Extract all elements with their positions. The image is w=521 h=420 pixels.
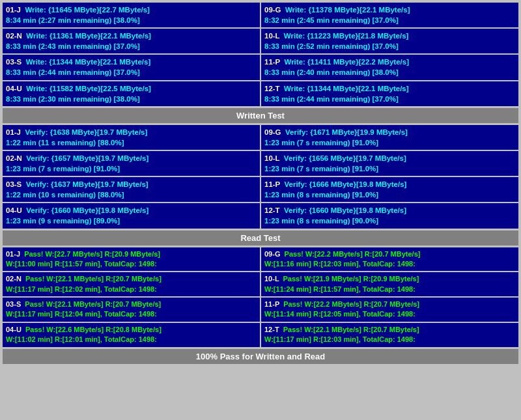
write-grid-cell-03-S-left: 03-S Write: {11344 MByte}[22.1 MByte/s] … [3,55,260,79]
main-container: 01-J Write: {11645 MByte}[22.7 MByte/s] … [0,0,521,367]
write-grid-cell-01-J-left: 01-J Write: {11645 MByte}[22.7 MByte/s] … [3,3,260,27]
verify-grid-cell-01-J-left: 01-J Verify: {1638 MByte}[19.7 MByte/s] … [3,125,260,150]
write-section: 01-J Write: {11645 MByte}[22.7 MByte/s] … [3,3,518,106]
verify-grid-cell-09-G-right: 09-G Verify: {1671 MByte}[19.9 MByte/s] … [261,125,518,150]
pass-grid-cell-04-U-left: 04-U Pass! W:[22.6 MByte/s] R:[20.8 MByt… [3,323,260,347]
write-grid-cell-10-L-right: 10-L Write: {11223 MByte}[21.8 MByte/s] … [261,29,518,53]
pass-grid-cell-12-T-right: 12-T Pass! W:[22.1 MByte/s] R:[20.7 MByt… [261,323,518,347]
write-grid-cell-02-N-left: 02-N Write: {11361 MByte}[22.1 MByte/s] … [3,29,260,53]
verify-grid-cell-03-S-left: 03-S Verify: {1637 MByte}[19.7 MByte/s] … [3,177,260,202]
pass-grid-cell-03-S-left: 03-S Pass! W:[22.1 MByte/s] R:[20.7 MByt… [3,298,260,322]
pass-grid-cell-02-N-left: 02-N Pass! W:[22.1 MByte/s] R:[20.7 MByt… [3,272,260,296]
verify-grid: 01-J Verify: {1638 MByte}[19.7 MByte/s] … [3,125,518,229]
write-grid-cell-09-G-right: 09-G Write: {11378 MByte}[22.1 MByte/s] … [261,3,518,27]
verify-grid-cell-10-L-right: 10-L Verify: {1656 MByte}[19.7 MByte/s] … [261,151,518,176]
verify-grid-cell-02-N-left: 02-N Verify: {1657 MByte}[19.7 MByte/s] … [3,151,260,176]
pass-grid-cell-11-P-right: 11-P Pass! W:[22.2 MByte/s] R:[20.7 MByt… [261,298,518,322]
pass-grid-cell-01-J-left: 01-J Pass! W:[22.7 MByte/s] R:[20.9 MByt… [3,247,260,272]
pass-grid: 01-J Pass! W:[22.7 MByte/s] R:[20.9 MByt… [3,247,518,347]
read-test-label: Read Test [3,231,518,245]
pass-grid-cell-10-L-right: 10-L Pass! W:[21.9 MByte/s] R:[20.9 MByt… [261,272,518,296]
pass-grid-cell-09-G-right: 09-G Pass! W:[22.2 MByte/s] R:[20.7 MByt… [261,247,518,272]
verify-section: 01-J Verify: {1638 MByte}[19.7 MByte/s] … [3,125,518,229]
pass-section: 01-J Pass! W:[22.7 MByte/s] R:[20.9 MByt… [3,247,518,347]
written-test-label: Written Test [3,108,518,123]
write-grid: 01-J Write: {11645 MByte}[22.7 MByte/s] … [3,3,518,106]
verify-grid-cell-11-P-right: 11-P Verify: {1666 MByte}[19.8 MByte/s] … [261,177,518,202]
write-grid-cell-04-U-left: 04-U Write: {11582 MByte}[22.5 MByte/s] … [3,81,260,106]
verify-grid-cell-12-T-right: 12-T Verify: {1660 MByte}[19.8 MByte/s] … [261,203,518,228]
footer-label: 100% Pass for Written and Read [3,349,518,364]
verify-grid-cell-04-U-left: 04-U Verify: {1660 MByte}[19.8 MByte/s] … [3,203,260,228]
write-grid-cell-12-T-right: 12-T Write: {11344 MByte}[22.1 MByte/s] … [261,81,518,106]
write-grid-cell-11-P-right: 11-P Write: {11411 MByte}[22.2 MByte/s] … [261,55,518,79]
